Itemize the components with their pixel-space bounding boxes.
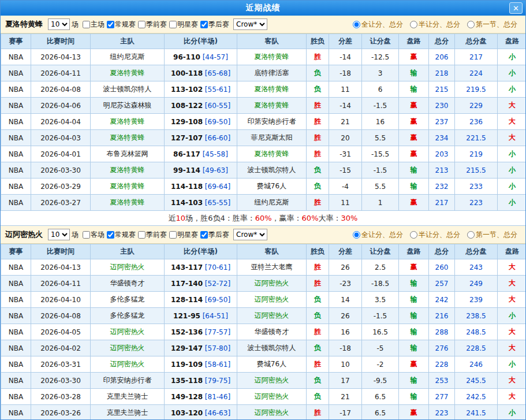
result-cell: 负 (307, 162, 329, 179)
games-count-select[interactable]: 10 (48, 18, 70, 30)
over-under-cell: 小 (498, 195, 526, 211)
checkbox-input[interactable] (138, 21, 146, 28)
home-team-cell: 克里夫兰骑士 (91, 389, 165, 405)
column-header: 主队 (91, 244, 165, 259)
result-cell: 胜 (307, 98, 329, 114)
close-icon[interactable]: ✕ (509, 2, 523, 14)
stat-mode-radio[interactable]: 全让分、总分 (353, 20, 403, 29)
checkbox-input[interactable] (169, 21, 177, 28)
point-diff-cell: -23 (329, 276, 362, 292)
bookmaker-select[interactable]: Crow* (233, 229, 267, 240)
table-row: NBA2026-04-11夏洛特黄蜂100-118 [65-68]底特律活塞负-… (1, 65, 526, 81)
handicap-result-cell: 输 (399, 308, 429, 324)
score-cell: 121-95 [64-51] (165, 308, 237, 324)
point-diff-cell: 14 (329, 292, 362, 308)
over-under-cell: 大 (498, 130, 526, 146)
away-team-cell: 夏洛特黄蜂 (237, 49, 307, 65)
summary-row: 近 10 场，胜6负4：胜率：60%，赢率：60% 大率：30% (1, 211, 525, 226)
league-cell: NBA (1, 146, 31, 162)
stat-mode-radio[interactable]: 半让分、总分 (410, 230, 460, 240)
checkbox-label: 常规赛 (115, 230, 136, 240)
table-row: NBA2026-04-08多伦多猛龙121-95 [64-51]迈阿密热火负26… (1, 308, 526, 324)
half-score: [58-61] (203, 360, 230, 369)
handicap-result-cell: 输 (399, 324, 429, 340)
checkbox-input[interactable] (107, 21, 114, 28)
stat-mode-radio[interactable]: 半让分、总分 (410, 20, 460, 29)
recent-results-window: 近期战绩 ✕ 夏洛特黄蜂 10 场 主场常规赛季前赛明星赛季后赛 Crow* 全… (0, 0, 526, 420)
games-count-select[interactable]: 10 (48, 229, 70, 240)
league-cell: NBA (1, 308, 31, 324)
checkbox-input[interactable] (107, 231, 114, 239)
filter-checkbox[interactable]: 主场 (80, 20, 105, 29)
final-score: 143-117 (171, 263, 203, 272)
away-team-cell: 夏洛特黄蜂 (237, 98, 307, 114)
filter-checkbox[interactable]: 明星赛 (167, 20, 198, 29)
team-name: 迈阿密热火 (5, 229, 43, 240)
radio-input[interactable] (410, 21, 417, 28)
handicap-result-cell: 赢 (399, 195, 429, 211)
checkbox-input[interactable] (83, 21, 90, 28)
radio-input[interactable] (467, 231, 475, 239)
result-cell: 胜 (307, 146, 329, 162)
checkbox-input[interactable] (83, 231, 90, 239)
over-under-cell: 小 (498, 179, 526, 195)
half-score: [44-57] (200, 53, 228, 61)
away-team-cell: 印第安纳步行者 (237, 114, 307, 130)
date-cell: 2026-04-06 (31, 98, 91, 114)
radio-input[interactable] (467, 21, 475, 28)
result-cell: 负 (307, 65, 329, 81)
home-team-cell: 迈阿密热火 (91, 340, 165, 356)
column-header: 主队 (91, 34, 165, 49)
filter-checkbox[interactable]: 季前赛 (136, 20, 167, 29)
home-team-cell: 明尼苏达森林狼 (91, 98, 165, 114)
league-cell: NBA (1, 276, 31, 292)
checkbox-input[interactable] (169, 231, 177, 239)
total-line-cell: 219 (455, 146, 498, 162)
window-title: 近期战绩 (246, 3, 281, 13)
column-header: 让分盘 (362, 34, 399, 49)
filter-checkbox[interactable]: 季前赛 (136, 230, 167, 240)
half-score: [60-55] (203, 102, 230, 110)
score-cell: 128-114 [69-50] (165, 292, 237, 308)
filter-checkbox[interactable]: 客场 (80, 230, 105, 240)
handicap-line-cell: 16 (362, 114, 399, 130)
filter-checkbox[interactable]: 季后赛 (198, 20, 229, 29)
stat-mode-radio[interactable]: 第一节、总分 (467, 20, 517, 29)
away-team-cell: 夏洛特黄蜂 (237, 146, 307, 162)
score-cell: 114-103 [65-55] (165, 195, 237, 211)
filter-checkbox[interactable]: 季后赛 (198, 230, 229, 240)
team-filter-bar-hornets: 夏洛特黄蜂 10 场 主场常规赛季前赛明星赛季后赛 Crow* 全让分、总分半让… (1, 16, 525, 34)
radio-label: 第一节、总分 (476, 20, 517, 29)
handicap-line-cell: 6.5 (362, 389, 399, 405)
radio-input[interactable] (353, 231, 360, 239)
team-name: 夏洛特黄蜂 (5, 19, 43, 29)
checkbox-input[interactable] (138, 231, 146, 239)
date-cell: 2026-04-02 (31, 340, 91, 356)
score-cell: 127-107 [66-60] (165, 130, 237, 146)
table-row: NBA2026-03-29夏洛特黄蜂114-118 [69-64]费城76人负-… (1, 179, 526, 195)
league-cell: NBA (1, 114, 31, 130)
handicap-line-cell: -5 (362, 340, 399, 356)
table-row: NBA2026-03-31迈阿密热火119-109 [58-61]费城76人胜1… (1, 356, 526, 373)
stat-mode-radio[interactable]: 第一节、总分 (467, 230, 517, 240)
filter-checkbox[interactable]: 常规赛 (105, 20, 136, 29)
radio-input[interactable] (353, 21, 360, 28)
checkbox-input[interactable] (200, 231, 208, 239)
table-header-row: 赛事比赛时间主队比分(半场)客队胜负分差让分盘盘路总分总分盘盘路 (1, 34, 526, 49)
point-diff-cell: -14 (329, 49, 362, 65)
stat-mode-radio[interactable]: 全让分、总分 (353, 230, 403, 240)
filter-checkbox[interactable]: 常规赛 (105, 230, 136, 240)
away-team-cell: 菲尼克斯太阳 (237, 130, 307, 146)
home-team-cell: 迈阿密热火 (91, 324, 165, 340)
filter-checkbox[interactable]: 明星赛 (167, 230, 198, 240)
total-line-cell: 248.5 (455, 324, 498, 340)
bookmaker-select[interactable]: Crow* (233, 18, 267, 30)
column-header: 胜负 (307, 244, 329, 259)
total-points-cell: 260 (429, 259, 455, 276)
table-row: NBA2026-04-11华盛顿奇才117-140 [52-72]迈阿密热火胜-… (1, 276, 526, 292)
checkbox-input[interactable] (200, 21, 208, 28)
summary-text: 场，胜6负4：胜率： (185, 213, 255, 224)
final-score: 86-117 (173, 150, 200, 158)
radio-input[interactable] (410, 231, 417, 239)
handicap-line-cell: -1.5 (362, 162, 399, 179)
